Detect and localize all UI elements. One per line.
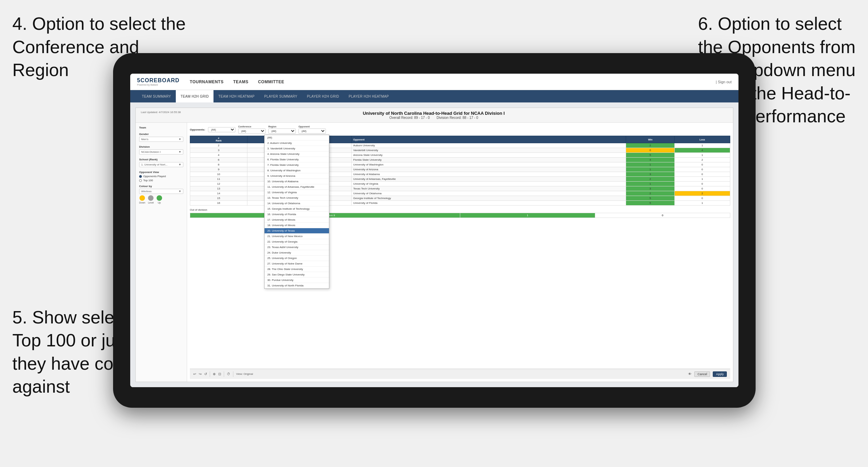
dropdown-item-13[interactable]: 13. Texas Tech University <box>265 195 329 201</box>
colour-dot-down <box>139 195 145 201</box>
apply-button[interactable]: Apply <box>713 371 727 377</box>
dropdown-item-6[interactable]: 6. Florida State University <box>265 157 329 162</box>
dropdown-item-16[interactable]: 16. University of Florida <box>265 212 329 217</box>
col-loss: Loss <box>674 136 730 143</box>
radio-dot-opponents <box>139 175 142 178</box>
sidebar-school-section: School (Rank) 1. University of Nort... ▼ <box>139 158 183 167</box>
clock-icon[interactable]: ⏱ <box>227 372 230 376</box>
sidebar-gender-section: Gender Men's ▼ <box>139 133 183 142</box>
opponent-view-label: Opponent View <box>139 171 183 174</box>
filter-row: Opponents: (All) Conference (All) <box>190 125 730 134</box>
subnav-team-h2h-heatmap[interactable]: TEAM H2H HEATMAP <box>213 90 259 102</box>
overall-record: Overall Record: 89 - 17 - 0 <box>389 116 430 120</box>
dropdown-item-18[interactable]: 18. University of Illinois <box>265 223 329 228</box>
gender-label: Gender <box>139 133 183 136</box>
subnav-player-summary[interactable]: PLAYER SUMMARY <box>259 90 302 102</box>
school-label: School (Rank) <box>139 158 183 161</box>
dropdown-item-14[interactable]: 14. University of Oklahoma <box>265 201 329 206</box>
division-record: Division Record: 88 - 17 - 0 <box>437 116 478 120</box>
crop-icon[interactable]: ⊡ <box>218 372 221 376</box>
dropdown-item-3[interactable]: 3. Vanderbilt University <box>265 146 329 151</box>
col-opponent: Opponent <box>351 136 626 143</box>
colour-dot-up <box>157 195 162 201</box>
dropdown-item-4[interactable]: 4. Arizona State University <box>265 151 329 157</box>
opponent-dropdown-list[interactable]: (All) 2. Auburn University 3. Vanderbilt… <box>264 135 329 289</box>
dropdown-item-20[interactable]: 20. University of Texas <box>265 228 329 234</box>
dropdown-item-31[interactable]: 31. University of North Florida <box>265 283 329 288</box>
subnav-team-h2h-grid[interactable]: TEAM H2H GRID <box>176 90 213 102</box>
dropdown-item-15[interactable]: 15. Georgia Institute of Technology <box>265 206 329 212</box>
dropdown-item-12[interactable]: 12. University of Virginia <box>265 190 329 195</box>
copy-icon[interactable]: ⊕ <box>213 372 216 376</box>
dropdown-item-10[interactable]: 10. University of Alabama <box>265 179 329 184</box>
subnav: TEAM SUMMARY TEAM H2H GRID TEAM H2H HEAT… <box>130 90 738 102</box>
colour-section: Colour by Win/loss ▼ Down <box>139 185 183 204</box>
dropdown-item-25[interactable]: 25. University of Oregon <box>265 256 329 261</box>
radio-top100[interactable]: Top 100 <box>139 179 183 182</box>
dropdown-item-28[interactable]: 28. The Ohio State University <box>265 267 329 272</box>
nav-items: TOURNAMENTS TEAMS COMMITTEE <box>190 79 706 84</box>
school-dropdown[interactable]: 1. University of Nort... ▼ <box>139 162 183 167</box>
nav-tournaments[interactable]: TOURNAMENTS <box>190 79 224 84</box>
content-panel: Last Updated: 4/7/2024 16:55:38 Universi… <box>135 108 733 382</box>
toolbar-separator-2 <box>224 371 224 377</box>
eye-icon[interactable]: 👁 <box>688 372 692 376</box>
radio-opponents-played[interactable]: Opponents Played <box>139 175 183 178</box>
opponents-select[interactable]: (All) <box>208 127 235 132</box>
opponent-filter: Opponent (All) (All) 2. Auburn Universit… <box>298 125 326 134</box>
dropdown-all[interactable]: (All) <box>265 135 329 140</box>
refresh-icon[interactable]: ↺ <box>204 372 207 376</box>
cancel-button[interactable]: Cancel <box>694 371 710 377</box>
dropdown-item-30[interactable]: 30. Purdue University <box>265 278 329 283</box>
subnav-team-summary[interactable]: TEAM SUMMARY <box>137 90 176 102</box>
colour-label: Colour by <box>139 185 183 188</box>
dropdown-item-21[interactable]: 21. University of New Mexico <box>265 234 329 239</box>
dropdown-item-2[interactable]: 2. Auburn University <box>265 140 329 146</box>
radio-dot-top100 <box>139 179 142 182</box>
tablet-device: 5COREBOARD Powered by Ballard TOURNAMENT… <box>113 53 756 408</box>
opponent-view-section: Opponent View Opponents Played Top 100 <box>139 171 183 182</box>
dropdown-item-8[interactable]: 8. University of Washington <box>265 168 329 173</box>
opponents-filter-label: Opponents: <box>190 128 205 131</box>
left-sidebar: Team Gender Men's ▼ Division <box>136 123 187 382</box>
division-dropdown[interactable]: NCAA Division I ▼ <box>139 149 183 155</box>
dropdown-item-17[interactable]: 17. University of Illinois <box>265 217 329 223</box>
dropdown-item-23[interactable]: 23. Texas A&M University <box>265 245 329 250</box>
bottom-toolbar: ↩ ↪ ↺ ⊕ ⊡ ⏱ View: Original 👁 <box>190 369 730 379</box>
redo-icon[interactable]: ↪ <box>199 372 201 376</box>
panel-body: Team Gender Men's ▼ Division <box>136 123 733 382</box>
dropdown-item-7[interactable]: 7. Florida State University <box>265 162 329 168</box>
dropdown-item-29[interactable]: 29. San Diego State University <box>265 272 329 278</box>
sidebar-division-section: Division NCAA Division I ▼ <box>139 145 183 155</box>
dropdown-item-22[interactable]: 22. University of Georgia <box>265 239 329 245</box>
nav-teams[interactable]: TEAMS <box>233 79 248 84</box>
colour-dropdown[interactable]: Win/loss ▼ <box>139 189 183 194</box>
colour-legend: Down Level Up <box>139 195 183 204</box>
subnav-player-h2h-grid[interactable]: PLAYER H2H GRID <box>302 90 344 102</box>
nav-signout[interactable]: | Sign out <box>716 80 732 84</box>
toolbar-separator <box>210 371 210 377</box>
view-label: View: Original <box>236 372 253 376</box>
region-filter: Region (All) <box>268 125 296 134</box>
dropdown-item-9[interactable]: 9. University of Arizona <box>265 173 329 179</box>
gender-dropdown[interactable]: Men's ▼ <box>139 137 183 142</box>
subnav-player-h2h-heatmap[interactable]: PLAYER H2H HEATMAP <box>344 90 394 102</box>
team-label: Team <box>139 126 183 129</box>
undo-icon[interactable]: ↩ <box>193 372 196 376</box>
dropdown-item-24[interactable]: 24. Duke University <box>265 250 329 256</box>
logo: 5COREBOARD Powered by Ballard <box>137 77 180 86</box>
tablet-screen: 5COREBOARD Powered by Ballard TOURNAMENT… <box>130 74 738 387</box>
nav-committee[interactable]: COMMITTEE <box>258 79 284 84</box>
opponent-select[interactable]: (All) <box>298 128 326 134</box>
dropdown-item-11[interactable]: 11. University of Arkansas, Fayetteville <box>265 184 329 190</box>
last-updated: Last Updated: 4/7/2024 16:55:38 <box>141 111 181 114</box>
sidebar-team-section: Team <box>139 126 183 129</box>
panel-header: Last Updated: 4/7/2024 16:55:38 Universi… <box>136 108 733 123</box>
conference-filter: Conference (All) <box>238 125 266 134</box>
table-area: Opponents: (All) Conference (All) <box>187 123 733 382</box>
division-label: Division <box>139 145 183 148</box>
dropdown-item-27[interactable]: 27. University of Notre Dame <box>265 261 329 267</box>
conference-select[interactable]: (All) <box>238 128 266 134</box>
ood-win: 1 <box>460 213 595 218</box>
region-select[interactable]: (All) <box>268 128 296 134</box>
